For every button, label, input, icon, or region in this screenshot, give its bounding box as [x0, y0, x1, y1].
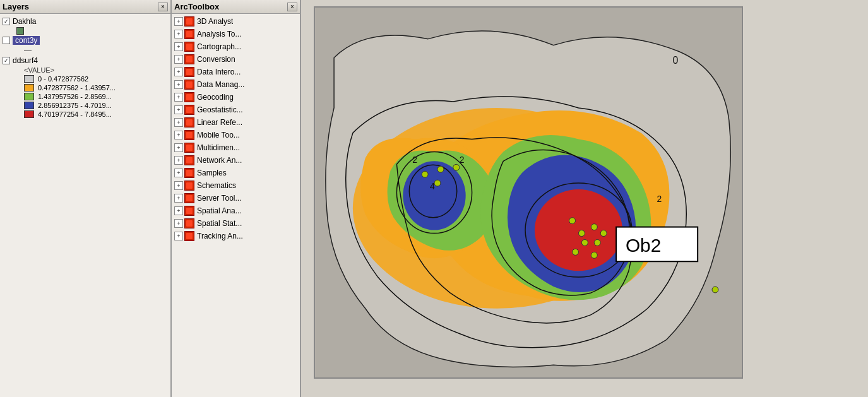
- toolbox-item-tracking-an[interactable]: + Tracking An...: [172, 230, 300, 242]
- tool-icon-data-manage: [184, 80, 194, 90]
- tool-icon-cartography: [184, 42, 194, 52]
- toolbox-item-3d-analyst[interactable]: + 3D Analyst: [172, 15, 300, 28]
- legend-color-3: [24, 102, 34, 109]
- tool-label-analysis-to: Analysis To...: [197, 30, 241, 39]
- layer-item-dakhla[interactable]: Dakhla: [1, 16, 169, 27]
- expand-icon-linear-refe[interactable]: +: [174, 118, 183, 127]
- expand-icon-mobile-too[interactable]: +: [174, 131, 183, 139]
- toolbox-item-geostatistic[interactable]: + Geostatistic...: [172, 104, 300, 116]
- expand-icon-network-an[interactable]: +: [174, 156, 183, 165]
- tool-label-data-intero: Data Intero...: [197, 68, 241, 76]
- tool-icon-spatial-stat: [184, 218, 194, 228]
- toolbox-item-geocoding[interactable]: + Geocoding: [172, 91, 300, 104]
- toolbox-close-button[interactable]: ×: [287, 3, 297, 11]
- toolbox-panel: ArcToolbox × + 3D Analyst + Analysis To.…: [172, 0, 301, 397]
- legend-item-0: 0 - 0.472877562: [1, 74, 169, 83]
- map-area: 0 2 4 2 2: [301, 0, 868, 397]
- toolbox-item-mobile-too[interactable]: + Mobile Too...: [172, 129, 300, 141]
- expand-icon-tracking-an[interactable]: +: [174, 232, 183, 240]
- svg-point-12: [434, 180, 441, 186]
- toolbox-item-samples[interactable]: + Samples: [172, 167, 300, 179]
- toolbox-item-network-an[interactable]: + Network An...: [172, 154, 300, 167]
- toolbox-item-conversion[interactable]: + Conversion: [172, 53, 300, 66]
- tool-label-samples: Samples: [197, 169, 227, 177]
- expand-icon-data-manage[interactable]: +: [174, 80, 183, 89]
- legend-text-4: 4.701977254 - 7.8495...: [38, 110, 112, 118]
- legend-item-3: 2.856912375 - 4.7019...: [1, 101, 169, 110]
- tool-label-linear-refe: Linear Refe...: [197, 118, 242, 127]
- dakhla-icon: [16, 27, 24, 35]
- tool-icon-analysis-to: [184, 29, 194, 39]
- tool-icon-conversion: [184, 54, 194, 64]
- toolbox-item-linear-refe[interactable]: + Linear Refe...: [172, 116, 300, 129]
- toolbox-item-multidimen[interactable]: + Multidimen...: [172, 141, 300, 154]
- toolbox-item-server-tool[interactable]: + Server Tool...: [172, 192, 300, 204]
- cont3y-label: cont3y: [13, 36, 40, 45]
- legend-item-2: 1.437957526 - 2.8569...: [1, 92, 169, 101]
- svg-point-14: [453, 164, 460, 170]
- svg-point-3: [535, 189, 622, 271]
- toolbox-content: + 3D Analyst + Analysis To... + Cartogra…: [172, 14, 300, 397]
- expand-icon-cartography[interactable]: +: [174, 42, 183, 51]
- layers-panel: Layers × Dakhla cont3y — ddsurf4 <VALUE>: [0, 0, 172, 397]
- expand-icon-server-tool[interactable]: +: [174, 194, 183, 203]
- toolbox-item-schematics[interactable]: + Schematics: [172, 179, 300, 192]
- tool-icon-network-an: [184, 155, 194, 165]
- tool-label-multidimen: Multidimen...: [197, 143, 240, 152]
- layers-header: Layers ×: [0, 0, 170, 14]
- map-svg: 0 2 4 2 2: [315, 8, 742, 377]
- expand-icon-schematics[interactable]: +: [174, 181, 183, 190]
- svg-text:Ob2: Ob2: [626, 235, 661, 256]
- svg-text:2: 2: [460, 155, 465, 165]
- svg-point-15: [569, 218, 576, 224]
- svg-point-20: [594, 239, 600, 246]
- layers-title: Layers: [3, 2, 29, 11]
- tool-icon-server-tool: [184, 193, 194, 203]
- svg-point-17: [591, 224, 597, 230]
- tool-label-spatial-stat: Spatial Stat...: [197, 219, 242, 228]
- ddsurf4-label: ddsurf4: [13, 56, 38, 65]
- ddsurf4-checkbox[interactable]: [3, 57, 10, 64]
- tool-label-server-tool: Server Tool...: [197, 194, 241, 203]
- tool-icon-data-intero: [184, 67, 194, 77]
- cont3y-dash: —: [1, 45, 169, 56]
- tool-icon-linear-refe: [184, 117, 194, 127]
- layer-item-cont3y[interactable]: cont3y: [1, 35, 169, 45]
- expand-icon-data-intero[interactable]: +: [174, 68, 183, 76]
- expand-icon-conversion[interactable]: +: [174, 55, 183, 64]
- legend-color-4: [24, 110, 34, 118]
- tool-icon-geostatistic: [184, 105, 194, 115]
- toolbox-item-data-intero[interactable]: + Data Intero...: [172, 66, 300, 78]
- expand-icon-spatial-ana[interactable]: +: [174, 206, 183, 215]
- toolbox-item-data-manage[interactable]: + Data Manag...: [172, 78, 300, 91]
- dakhla-checkbox[interactable]: [3, 18, 10, 25]
- tool-label-spatial-ana: Spatial Ana...: [197, 206, 242, 215]
- tool-label-tracking-an: Tracking An...: [197, 232, 243, 240]
- expand-icon-geocoding[interactable]: +: [174, 93, 183, 102]
- tool-label-data-manage: Data Manag...: [197, 80, 244, 89]
- layer-item-ddsurf4[interactable]: ddsurf4: [1, 56, 169, 66]
- toolbox-title: ArcToolbox: [174, 2, 219, 11]
- legend-color-0: [24, 75, 34, 83]
- expand-icon-spatial-stat[interactable]: +: [174, 219, 183, 228]
- expand-icon-analysis-to[interactable]: +: [174, 30, 183, 39]
- svg-point-11: [422, 171, 428, 177]
- expand-icon-geostatistic[interactable]: +: [174, 105, 183, 114]
- map-container: 0 2 4 2 2: [314, 6, 743, 379]
- cont3y-checkbox[interactable]: [3, 37, 10, 44]
- tool-icon-geocoding: [184, 92, 194, 102]
- svg-point-13: [437, 166, 444, 172]
- tool-icon-3d-analyst: [184, 16, 194, 27]
- layers-close-button[interactable]: ×: [158, 3, 168, 11]
- toolbox-item-spatial-stat[interactable]: + Spatial Stat...: [172, 217, 300, 230]
- expand-icon-samples[interactable]: +: [174, 169, 183, 177]
- svg-text:2: 2: [412, 155, 417, 165]
- toolbox-item-cartography[interactable]: + Cartograph...: [172, 40, 300, 53]
- expand-icon-multidimen[interactable]: +: [174, 143, 183, 152]
- dakhla-label: Dakhla: [13, 17, 36, 26]
- toolbox-item-analysis-to[interactable]: + Analysis To...: [172, 28, 300, 40]
- toolbox-item-spatial-ana[interactable]: + Spatial Ana...: [172, 204, 300, 217]
- expand-icon-3d-analyst[interactable]: +: [174, 17, 183, 26]
- value-label: <VALUE>: [1, 66, 169, 74]
- tool-label-cartography: Cartograph...: [197, 42, 241, 51]
